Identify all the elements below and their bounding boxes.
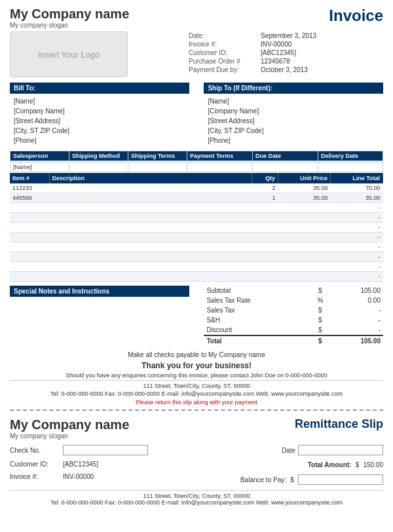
item-unit-price bbox=[278, 262, 331, 272]
item-line-total: - bbox=[331, 252, 383, 262]
item-num: 445566 bbox=[10, 193, 49, 203]
subtotal-label: Subtotal bbox=[204, 286, 313, 295]
qty-header: Qty bbox=[252, 173, 278, 183]
slip-company-name: My Company name bbox=[10, 417, 129, 432]
ship-to-street: [Street Address] bbox=[208, 116, 379, 126]
delivery-date-value bbox=[318, 162, 383, 172]
remittance-slip: My Company name My company slogan Remitt… bbox=[10, 415, 383, 508]
shipping-method-value bbox=[69, 162, 128, 172]
item-unit-price bbox=[278, 252, 331, 262]
item-desc bbox=[49, 183, 252, 193]
table-row: - bbox=[10, 213, 383, 223]
return-slip-notice: Please return this slip along with your … bbox=[10, 399, 383, 406]
sales-tax-label: Sales Tax bbox=[204, 305, 313, 315]
sh-symbol: $ bbox=[314, 315, 327, 325]
item-num bbox=[10, 203, 49, 213]
company-name: My Company name bbox=[10, 7, 129, 22]
customer-id-value: [ABC12345] bbox=[259, 48, 383, 57]
salesperson-value: [Name] bbox=[10, 162, 69, 172]
item-line-total: - bbox=[331, 242, 383, 252]
item-desc bbox=[49, 272, 252, 282]
item-num bbox=[10, 223, 49, 233]
slip-address-line2: Tel: 0-000-000-0000 Fax: 0-000-000-0000 … bbox=[10, 499, 383, 506]
item-unit-price: 35.00 bbox=[278, 183, 331, 193]
unit-price-header: Unit Price bbox=[278, 173, 331, 183]
sh-value: - bbox=[327, 315, 383, 325]
table-row: - bbox=[10, 223, 383, 233]
table-row: 112233 2 35.00 70.00 bbox=[10, 183, 383, 193]
items-table: Item # Description Qty Unit Price Line T… bbox=[10, 173, 383, 282]
item-qty: 1 bbox=[252, 193, 278, 203]
shipping-method-header: Shipping Method bbox=[69, 151, 128, 161]
item-line-total: 70.00 bbox=[331, 183, 383, 193]
subtotal-value: 105.00 bbox=[327, 286, 383, 295]
payment-terms-value bbox=[187, 162, 253, 172]
item-desc bbox=[49, 203, 252, 213]
invoice-info: Date: September 3, 2013 Invoice #: INV-0… bbox=[187, 31, 383, 77]
item-num bbox=[10, 272, 49, 282]
ship-to-company: [Company Name] bbox=[208, 106, 379, 116]
bill-to-city: [City, ST ZIP Code] bbox=[14, 126, 185, 136]
ship-to-section: Ship To (If Different): [Name] [Company … bbox=[204, 83, 383, 147]
ship-to-city: [City, ST ZIP Code] bbox=[208, 126, 379, 136]
sales-tax-symbol: $ bbox=[314, 305, 327, 315]
item-num bbox=[10, 213, 49, 223]
salesperson-header: Salesperson bbox=[10, 151, 69, 161]
footer-address-line2: Tel: 0-000-000-0000 Fax: 0-000-000-0000 … bbox=[10, 390, 383, 397]
sales-tax-value: - bbox=[327, 305, 383, 315]
item-desc bbox=[49, 252, 252, 262]
tax-rate-label: Sales Tax Rate bbox=[204, 295, 313, 305]
item-unit-price bbox=[278, 233, 331, 242]
slip-invoice-value: INV-00000 bbox=[63, 473, 94, 480]
tax-rate-value: 0.00 bbox=[327, 295, 383, 305]
table-row: - bbox=[10, 272, 383, 282]
balance-label: Balance to Pay: bbox=[221, 476, 286, 484]
invoice-title: Invoice bbox=[329, 7, 383, 25]
notes-section: Special Notes and Instructions bbox=[10, 286, 189, 346]
slip-company-slogan: My company slogan bbox=[10, 432, 129, 440]
invoice-num-value: INV-00000 bbox=[259, 40, 383, 48]
po-label: Purchase Order # bbox=[187, 57, 259, 66]
bill-to-company: [Company Name] bbox=[14, 106, 185, 116]
slip-address-line1: 111 Street, Town/City, County, ST, 00000 bbox=[10, 493, 383, 499]
due-date-header: Due Date bbox=[253, 151, 318, 161]
slip-date-input[interactable] bbox=[298, 445, 383, 455]
slip-divider bbox=[10, 409, 383, 411]
item-line-total: - bbox=[331, 272, 383, 282]
item-qty bbox=[252, 252, 278, 262]
date-value: September 3, 2013 bbox=[259, 31, 383, 40]
shipping-terms-value bbox=[128, 162, 187, 172]
payment-due-value: October 3, 2013 bbox=[259, 66, 383, 74]
item-line-total: - bbox=[331, 223, 383, 233]
subtotal-symbol: $ bbox=[314, 286, 327, 295]
item-qty bbox=[252, 213, 278, 223]
tax-rate-symbol: % bbox=[314, 295, 327, 305]
contact-info: Should you have any enquiries concerning… bbox=[10, 372, 383, 379]
sh-label: S&H bbox=[204, 315, 313, 325]
table-row: - bbox=[10, 233, 383, 242]
total-value: 105.00 bbox=[327, 335, 383, 346]
notes-header: Special Notes and Instructions bbox=[10, 286, 189, 297]
discount-value: - bbox=[327, 325, 383, 335]
company-slogan: My company slogan bbox=[10, 22, 129, 29]
item-line-total: - bbox=[331, 213, 383, 223]
order-info-data: [Name] bbox=[10, 162, 383, 172]
slip-invoice-label: Invoice #: bbox=[10, 473, 59, 480]
notes-content bbox=[10, 298, 189, 337]
item-unit-price: 35.00 bbox=[278, 193, 331, 203]
item-qty bbox=[252, 233, 278, 242]
thank-you: Thank you for your business! bbox=[10, 361, 383, 370]
item-desc bbox=[49, 223, 252, 233]
table-row: 445566 1 35.00 35.00 bbox=[10, 193, 383, 203]
due-date-value bbox=[253, 162, 318, 172]
item-num bbox=[10, 242, 49, 252]
slip-customer-id-value: [ABC12345] bbox=[63, 461, 98, 468]
item-qty: 2 bbox=[252, 183, 278, 193]
balance-input[interactable] bbox=[298, 474, 383, 485]
item-qty bbox=[252, 203, 278, 213]
item-num: 112233 bbox=[10, 183, 49, 193]
slip-customer-id-label: Customer ID: bbox=[10, 461, 59, 468]
item-desc bbox=[49, 242, 252, 252]
check-no-input[interactable] bbox=[63, 445, 148, 455]
item-line-total: - bbox=[331, 262, 383, 272]
